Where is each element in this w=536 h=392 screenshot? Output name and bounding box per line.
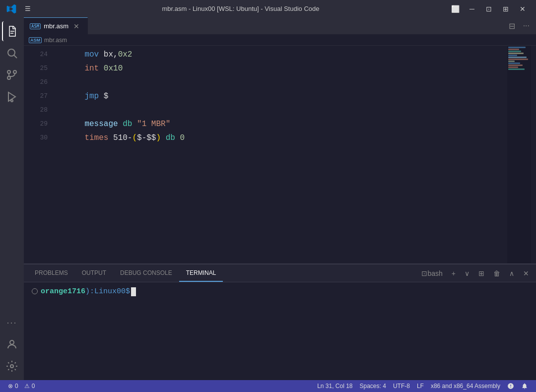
editor-area: ASM mbr.asm ✕ ⊟ ··· ASM mbr.asm 24 25 26… (24, 17, 536, 380)
code-line-25: int 0x10 (54, 62, 507, 75)
tab-bar: ASM mbr.asm ✕ ⊟ ··· (24, 17, 536, 35)
code-line-27: jmp $ (54, 89, 507, 103)
chevron-down-icon: ∨ (465, 269, 469, 277)
error-icon: ⊗ (8, 383, 13, 390)
activity-more[interactable]: ··· (2, 313, 22, 332)
line-num-28: 28 (24, 103, 48, 117)
more-actions-button[interactable]: ··· (521, 20, 532, 32)
code-line-30: times 510-($-$$) db 0 (54, 131, 507, 145)
split-editor-tab-button[interactable]: ⊟ (506, 20, 518, 32)
panel-tab-output[interactable]: OUTPUT (75, 264, 113, 282)
split-terminal-button[interactable]: ⊞ (475, 268, 487, 279)
activity-source-control[interactable] (2, 65, 22, 85)
status-position[interactable]: Ln 31, Col 18 (315, 383, 354, 390)
code-token: $ (99, 89, 108, 103)
activity-explorer[interactable] (2, 21, 22, 41)
gear-icon (6, 360, 18, 372)
close-panel-button[interactable]: ✕ (520, 268, 532, 279)
close-button[interactable]: ✕ (515, 2, 530, 15)
svg-line-1 (14, 56, 17, 59)
status-position-label: Ln 31, Col 18 (317, 383, 352, 390)
code-token: message (84, 117, 118, 131)
vertical-scrollbar[interactable] (531, 46, 536, 263)
panel-tab-bar: PROBLEMS OUTPUT DEBUG CONSOLE TERMINAL ⊡… (24, 264, 536, 282)
svg-point-9 (10, 365, 13, 368)
error-count: 0 (15, 383, 18, 390)
status-spaces[interactable]: Spaces: 4 (358, 383, 388, 390)
bell-icon (521, 383, 528, 390)
status-eol-label: LF (417, 383, 424, 390)
panel-tab-problems[interactable]: PROBLEMS (28, 264, 75, 282)
svg-point-0 (8, 49, 15, 56)
code-keyword-int: int (84, 62, 99, 75)
maximize-panel-button[interactable]: ∧ (506, 268, 517, 279)
vscode-icon (6, 3, 17, 14)
code-editor[interactable]: 24 25 26 27 28 29 30 mov bx,0x2 int 0x10 (24, 46, 536, 263)
titlebar-left: ☰ (6, 3, 34, 14)
split-editor-button[interactable]: ⬜ (448, 2, 463, 15)
code-content[interactable]: mov bx,0x2 int 0x10 jmp $ message db "1 … (54, 46, 507, 263)
terminal-icon: ⊡ (421, 269, 427, 277)
activity-run-debug[interactable] (2, 87, 22, 107)
feedback-icon (507, 383, 514, 390)
code-token: 0 (175, 131, 185, 145)
editor-tab-mbrasm[interactable]: ASM mbr.asm ✕ (24, 17, 88, 34)
code-token: jmp (84, 89, 99, 103)
tab-bar-actions: ⊟ ··· (502, 17, 536, 34)
tab-close-button[interactable]: ✕ (71, 21, 81, 31)
code-token (66, 89, 84, 103)
code-token: db (166, 131, 175, 145)
status-language-label: x86 and x86_64 Assembly (431, 383, 500, 390)
status-encoding[interactable]: UTF-8 (391, 383, 412, 390)
breadcrumb: ASM mbr.asm (24, 35, 536, 46)
titlebar: ☰ mbr.asm - Linux00 [WSL: Ubuntu] - Visu… (0, 0, 536, 17)
new-terminal-button[interactable]: ⊡ bash (418, 268, 445, 279)
files-icon (6, 25, 18, 37)
panel-tab-debug[interactable]: DEBUG CONSOLE (113, 264, 179, 282)
status-feedback[interactable] (505, 383, 516, 390)
panel-tab-debug-label: DEBUG CONSOLE (120, 269, 172, 276)
titlebar-menu-button[interactable]: ☰ (22, 3, 34, 14)
layout-button[interactable]: ⊞ (498, 2, 513, 15)
minimap-content (507, 46, 531, 263)
line-num-29: 29 (24, 117, 48, 131)
minimize-button[interactable]: ─ (465, 2, 479, 15)
activity-account[interactable] (2, 334, 22, 354)
panel-area: PROBLEMS OUTPUT DEBUG CONSOLE TERMINAL ⊡… (24, 263, 536, 380)
code-token: mov (84, 48, 99, 62)
svg-point-7 (11, 100, 13, 102)
terminal-dropdown-button[interactable]: ∨ (462, 268, 472, 279)
minimap (507, 46, 531, 263)
maximize-button[interactable]: ⊡ (481, 2, 496, 15)
code-token (161, 131, 166, 145)
code-token: $-$$ (137, 131, 156, 145)
status-language[interactable]: x86 and x86_64 Assembly (429, 383, 502, 390)
code-token: bx, (99, 48, 118, 62)
breadcrumb-filename[interactable]: mbr.asm (44, 37, 67, 44)
activity-search[interactable] (2, 43, 22, 63)
panel-tab-terminal[interactable]: TERMINAL (179, 264, 223, 282)
add-terminal-button[interactable]: + (449, 268, 459, 279)
code-line-26 (54, 75, 507, 89)
source-control-icon (6, 69, 18, 81)
line-num-26: 26 (24, 75, 48, 89)
code-line-28 (54, 103, 507, 117)
activity-settings[interactable] (2, 356, 22, 376)
kill-terminal-button[interactable]: 🗑 (490, 268, 503, 279)
code-token: times (84, 131, 108, 145)
tab-filename: mbr.asm (44, 22, 68, 30)
search-icon (6, 47, 18, 59)
bash-label: bash (427, 269, 442, 277)
main-layout: ··· ASM mbr.asm ✕ (0, 17, 536, 380)
line-num-27: 27 (24, 89, 48, 103)
chevron-up-icon: ∧ (509, 269, 514, 277)
status-eol[interactable]: LF (415, 383, 426, 390)
status-errors[interactable]: ⊗ 0 ⚠ 0 (6, 383, 37, 390)
terminal-content[interactable]: orange1716 ):Linux00$ (24, 282, 536, 380)
hamburger-icon: ☰ (25, 5, 31, 12)
svg-point-8 (10, 340, 14, 344)
titlebar-title: mbr.asm - Linux00 [WSL: Ubuntu] - Visual… (34, 5, 448, 12)
status-bar: ⊗ 0 ⚠ 0 Ln 31, Col 18 Spaces: 4 UTF-8 LF… (0, 380, 536, 392)
code-line-24: mov bx,0x2 (54, 48, 507, 62)
status-notifications[interactable] (519, 383, 530, 390)
